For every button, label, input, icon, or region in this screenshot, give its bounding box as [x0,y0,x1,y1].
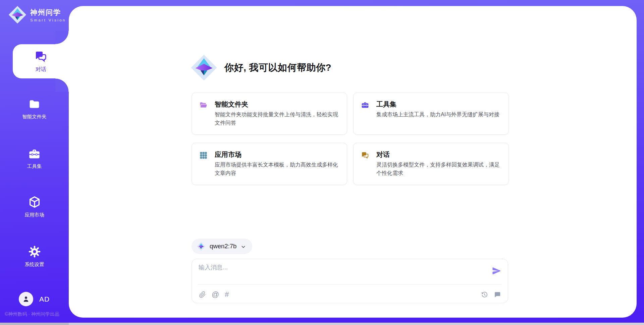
sidebar-item-label: 系统设置 [25,261,44,268]
gem-logo-icon [190,54,218,81]
tab-fillet-top [55,31,69,44]
model-selector[interactable]: qwen2:7b [192,239,252,254]
sidebar-item-settings[interactable]: 系统设置 [0,245,69,268]
sidebar-item-label: 智能文件夹 [22,114,47,120]
brand-name-cn: 神州问学 [30,8,66,17]
brand: 神州问学 Smart Vision [8,5,66,24]
main-panel: 你好, 我可以如何帮助你? 智能文件夹 智能文件夹功能支持批量文件上传与清洗，轻… [69,6,637,318]
gear-icon [28,245,41,258]
tab-fillet-bottom [55,78,69,92]
model-name: qwen2:7b [210,243,236,250]
sidebar-item-label: 应用市场 [25,212,44,218]
attach-icon[interactable] [199,291,206,298]
card-desc: 应用市场提供丰富长文本模板，助力高效生成多样化文章内容 [215,160,339,177]
user-label: AD [39,295,50,303]
window-bottom-edge [0,323,644,325]
brand-name-en: Smart Vision [30,18,66,22]
briefcase-icon [28,148,41,160]
gem-logo-icon [197,242,206,251]
sidebar-item-label: 工具集 [27,163,42,170]
card-app-market[interactable]: 应用市场 应用市场提供丰富长文本模板，助力高效生成多样化文章内容 [192,143,347,185]
avatar [19,292,33,306]
send-button[interactable] [492,266,501,276]
mention-icon[interactable]: @ [212,291,219,298]
message-input[interactable] [199,263,484,282]
send-icon [492,266,501,276]
hashtag-icon[interactable]: # [225,291,229,298]
card-smart-folder[interactable]: 智能文件夹 智能文件夹功能支持批量文件上传与清洗，轻松实现文件问答 [192,92,347,135]
history-icon[interactable] [481,291,488,298]
greeting-title: 你好, 我可以如何帮助你? [224,61,331,74]
folder-open-icon [199,101,208,109]
card-desc: 集成市场上主流工具，助力AI与外界无缝扩展与对接 [376,110,501,119]
card-chat[interactable]: 对话 灵活切换多模型文件，支持多样回复效果调试，满足个性化需求 [353,143,509,185]
sidebar-item-app-market[interactable]: 应用市场 [0,195,69,218]
chat-icon [361,151,369,159]
sidebar-item-chat[interactable]: 对话 [13,44,69,78]
sidebar: 神州问学 Smart Vision 对话 智能文件夹 工具集 应用 [0,0,69,325]
feature-cards: 智能文件夹 智能文件夹功能支持批量文件上传与清洗，轻松实现文件问答 工具集 集成… [192,92,509,185]
sidebar-item-label: 对话 [36,66,46,73]
briefcase-icon [361,101,369,109]
cube-icon [28,195,41,209]
card-desc: 智能文件夹功能支持批量文件上传与清洗，轻松实现文件问答 [215,110,339,127]
chevron-down-icon [240,244,246,250]
composer-divider [198,284,502,284]
composer-toolbar: @ # [199,288,501,301]
message-composer: @ # [192,259,508,303]
copyright-footer: ©神州数码 · 神州问学出品 [5,311,59,317]
card-title: 工具集 [376,100,396,109]
brand-gem-logo-icon [8,5,27,24]
sidebar-item-smart-folder[interactable]: 智能文件夹 [0,98,69,120]
card-title: 智能文件夹 [215,100,248,109]
feedback-chat-icon[interactable] [494,291,501,298]
chat-icon [34,50,48,63]
sidebar-item-toolset[interactable]: 工具集 [0,148,69,170]
folder-icon [28,98,41,111]
grid-icon [199,151,208,159]
card-desc: 灵活切换多模型文件，支持多样回复效果调试，满足个性化需求 [376,160,501,177]
greeting: 你好, 我可以如何帮助你? [190,54,331,81]
card-title: 对话 [376,150,390,159]
user-account[interactable]: AD [19,292,50,306]
card-toolset[interactable]: 工具集 集成市场上主流工具，助力AI与外界无缝扩展与对接 [353,92,509,135]
card-title: 应用市场 [215,150,241,159]
person-icon [22,295,30,303]
